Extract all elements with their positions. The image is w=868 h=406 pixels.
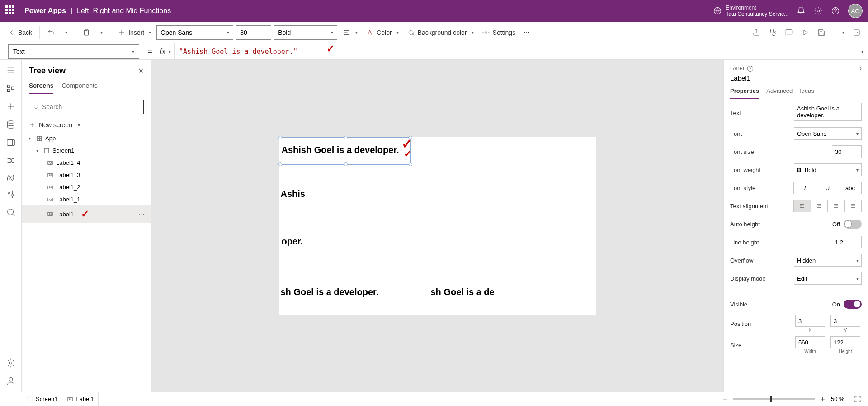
bgcolor-button[interactable]: Background color▾ <box>404 27 476 38</box>
more-icon[interactable]: ⋯ <box>139 211 145 218</box>
tree-item-label14[interactable]: Label1_4 <box>22 157 151 169</box>
tab-properties[interactable]: Properties <box>730 85 759 99</box>
tab-components[interactable]: Components <box>61 79 97 94</box>
media-icon[interactable] <box>6 138 16 148</box>
fontsize-input[interactable]: 30 <box>236 25 271 40</box>
user-avatar[interactable]: AG <box>848 4 863 18</box>
canvas-label4[interactable]: sh Goel is a developer. <box>281 287 379 297</box>
prop-height-input[interactable] <box>830 336 860 348</box>
gear-icon[interactable] <box>814 6 823 15</box>
breadcrumb-screen[interactable]: Screen1 <box>22 392 62 406</box>
zoom-slider[interactable] <box>733 398 815 400</box>
share-button[interactable] <box>750 27 763 38</box>
settings-icon[interactable] <box>6 358 16 368</box>
tree-search[interactable] <box>29 100 144 114</box>
property-selector[interactable]: Text▾ <box>8 44 139 59</box>
tree-item-label12[interactable]: Label1_2 <box>22 181 151 193</box>
plus-icon <box>29 122 35 128</box>
prop-displaymode-select[interactable]: Edit▾ <box>794 272 862 285</box>
prop-fontweight-select[interactable]: B Bold▾ <box>794 163 862 176</box>
underline-button[interactable]: U <box>816 182 839 194</box>
comments-button[interactable] <box>782 27 796 38</box>
bell-icon[interactable] <box>797 6 806 15</box>
prop-lineheight-input[interactable] <box>832 236 862 248</box>
font-dropdown[interactable]: Open Sans▾ <box>156 25 233 40</box>
hamburger-icon[interactable] <box>6 65 16 75</box>
tree-item-label1[interactable]: Label1✓⋯ <box>22 205 151 223</box>
chevron-right-icon[interactable]: › <box>859 64 862 72</box>
publish-dropdown[interactable]: ▾ <box>838 28 847 37</box>
prop-visible-toggle[interactable] <box>844 300 862 309</box>
tree-view-icon[interactable] <box>6 83 16 93</box>
fontweight-dropdown[interactable]: Bold▾ <box>274 25 337 40</box>
tree-item-label11[interactable]: Label1_1 <box>22 193 151 205</box>
screen-canvas[interactable]: ✓ ✓ Ashish Goel is a developer. Ashis op… <box>279 137 596 315</box>
undo-button[interactable] <box>44 27 58 38</box>
save-button[interactable] <box>815 27 828 38</box>
canvas-area[interactable]: ✓ ✓ Ashish Goel is a developer. Ashis op… <box>151 60 723 392</box>
fx-button[interactable]: fx▾ <box>156 43 175 59</box>
formula-expand[interactable]: ▾ <box>854 49 868 54</box>
canvas-label2[interactable]: Ashis <box>281 189 305 199</box>
search-input[interactable] <box>42 103 140 110</box>
control-name[interactable]: Label1 <box>730 74 862 82</box>
prop-autoheight-toggle[interactable] <box>844 220 862 229</box>
prop-fontsize-input[interactable] <box>832 145 862 158</box>
flows-icon[interactable] <box>6 156 16 166</box>
align-button[interactable]: ▾ <box>340 27 360 38</box>
canvas-label3[interactable]: oper. <box>282 236 303 247</box>
prop-y-input[interactable] <box>830 315 860 327</box>
zoom-in-button[interactable]: + <box>819 396 826 403</box>
ask-icon[interactable] <box>6 376 16 386</box>
screen-icon <box>43 148 50 154</box>
breadcrumb-label[interactable]: Label1 <box>62 392 99 406</box>
close-icon[interactable]: ✕ <box>138 67 144 75</box>
arrow-left-icon <box>7 29 15 37</box>
align-left-button[interactable] <box>793 200 811 212</box>
new-screen-button[interactable]: New screen▾ <box>22 119 151 132</box>
fit-icon[interactable] <box>854 395 862 403</box>
settings-button[interactable]: Settings <box>479 27 519 38</box>
prop-x-input[interactable] <box>795 315 825 327</box>
prop-width-input[interactable] <box>795 336 825 348</box>
tree-item-label13[interactable]: Label1_3 <box>22 169 151 181</box>
tab-ideas[interactable]: Ideas <box>800 85 814 99</box>
align-right-button[interactable] <box>827 200 845 212</box>
publish-button[interactable] <box>850 27 863 38</box>
italic-button[interactable]: I <box>793 182 816 194</box>
tools-icon[interactable] <box>6 189 16 199</box>
tree-item-app[interactable]: ▸App <box>22 132 151 144</box>
more-button[interactable]: ⋯ <box>521 27 533 38</box>
strike-button[interactable]: abc <box>839 182 862 194</box>
tab-screens[interactable]: Screens <box>29 79 53 94</box>
svg-rect-19 <box>40 139 42 140</box>
canvas-label1[interactable]: Ashish Goel is a developer. <box>282 145 399 155</box>
variables-icon[interactable]: (x) <box>7 174 14 181</box>
waffle-icon[interactable] <box>5 5 16 16</box>
prop-text-input[interactable] <box>794 103 862 121</box>
insert-icon[interactable] <box>6 101 16 111</box>
search-icon[interactable] <box>6 207 16 217</box>
checker-button[interactable] <box>766 27 779 38</box>
help-icon[interactable] <box>831 6 840 15</box>
zoom-out-button[interactable]: − <box>722 396 729 403</box>
paste-dropdown[interactable]: ▾ <box>96 28 105 37</box>
undo-dropdown[interactable]: ▾ <box>61 28 70 37</box>
tab-advanced[interactable]: Advanced <box>766 85 793 99</box>
environment-picker[interactable]: Environment Tata Consultancy Servic... <box>713 5 788 18</box>
back-button[interactable]: Back <box>5 27 35 38</box>
paste-button[interactable] <box>80 27 93 38</box>
align-justify-button[interactable] <box>844 200 862 212</box>
color-button[interactable]: Color▾ <box>363 27 401 38</box>
formula-input[interactable]: "Ashish Goel is a developer." <box>175 48 846 56</box>
canvas-label5[interactable]: sh Goel is a de <box>431 287 495 297</box>
preview-button[interactable] <box>798 27 812 38</box>
app-icon <box>36 135 42 142</box>
tree-item-screen1[interactable]: ▾Screen1 <box>22 144 151 157</box>
data-icon[interactable] <box>6 119 16 129</box>
tree-view-panel: Tree view ✕ Screens Components New scree… <box>22 60 151 392</box>
prop-font-select[interactable]: Open Sans▾ <box>794 127 862 140</box>
align-center-button[interactable] <box>811 200 828 212</box>
insert-button[interactable]: Insert▾ <box>115 27 154 38</box>
prop-overflow-select[interactable]: Hidden▾ <box>794 254 862 267</box>
